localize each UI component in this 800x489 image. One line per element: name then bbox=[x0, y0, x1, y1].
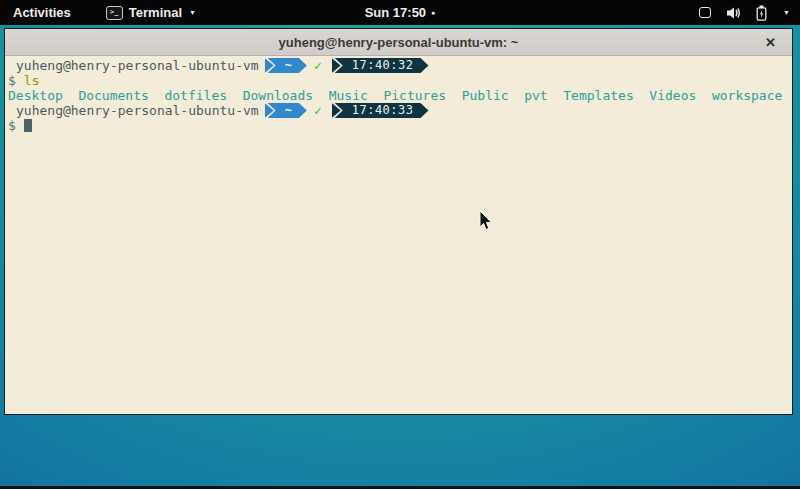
chevron-down-icon: ▼ bbox=[189, 9, 196, 16]
directory-name: Public bbox=[462, 88, 509, 103]
directory-name: pvt bbox=[524, 88, 547, 103]
clock-label: Sun 17:50 bbox=[365, 5, 426, 20]
command-text: ls bbox=[24, 73, 40, 88]
powerline-time-segment: 17:40:33 bbox=[332, 103, 429, 118]
tray-chevron-down-icon: ▼ bbox=[783, 9, 790, 16]
battery-charging-icon bbox=[756, 5, 767, 21]
window-titlebar[interactable]: yuheng@henry-personal-ubuntu-vm: ~ ✕ bbox=[5, 29, 792, 56]
powerline-time-segment: 17:40:32 bbox=[332, 58, 429, 73]
directory-name: Documents bbox=[78, 88, 148, 103]
prompt-symbol: $ bbox=[8, 73, 16, 88]
top-bar: Activities >_ Terminal ▼ Sun 17:50 ● ▼ bbox=[0, 0, 800, 25]
window-title: yuheng@henry-personal-ubuntu-vm: ~ bbox=[279, 35, 519, 50]
activities-button[interactable]: Activities bbox=[8, 5, 76, 20]
directory-name: workspace bbox=[712, 88, 782, 103]
prompt-time: 17:40:32 bbox=[335, 58, 429, 73]
directory-name: Templates bbox=[563, 88, 633, 103]
mouse-cursor-icon bbox=[479, 210, 493, 231]
prompt-time: 17:40:33 bbox=[335, 103, 429, 118]
prompt-line: yuheng@henry-personal-ubuntu-vm ~ ✓ 17:4… bbox=[8, 103, 789, 118]
app-menu-label: Terminal bbox=[129, 5, 182, 20]
directory-name: Desktop bbox=[8, 88, 63, 103]
prompt-user-host: yuheng@henry-personal-ubuntu-vm bbox=[16, 103, 259, 118]
prompt-line: yuheng@henry-personal-ubuntu-vm ~ ✓ 17:4… bbox=[8, 58, 789, 73]
desktop: { "top_bar": { "activities_label": "Acti… bbox=[0, 0, 800, 489]
directory-name: dotfiles bbox=[164, 88, 227, 103]
terminal-window: yuheng@henry-personal-ubuntu-vm: ~ ✕ yuh… bbox=[4, 28, 793, 415]
terminal-app-icon: >_ bbox=[106, 6, 123, 20]
command-line-current: $ bbox=[8, 118, 789, 133]
app-menu-terminal[interactable]: >_ Terminal ▼ bbox=[106, 5, 196, 20]
volume-icon bbox=[726, 6, 741, 20]
clock-button[interactable]: Sun 17:50 ● bbox=[365, 0, 436, 25]
terminal-content[interactable]: yuheng@henry-personal-ubuntu-vm ~ ✓ 17:4… bbox=[5, 56, 792, 135]
command-line: $ ls bbox=[8, 73, 789, 88]
prompt-user-host: yuheng@henry-personal-ubuntu-vm bbox=[16, 58, 259, 73]
directory-name: Videos bbox=[649, 88, 696, 103]
powerline-cwd-segment: ~ bbox=[265, 103, 307, 118]
powerline-cwd-segment: ~ bbox=[265, 58, 307, 73]
system-tray[interactable]: ▼ bbox=[699, 0, 790, 25]
directory-name: Downloads bbox=[243, 88, 313, 103]
status-check-icon: ✓ bbox=[314, 103, 322, 118]
status-check-icon: ✓ bbox=[314, 58, 322, 73]
text-cursor-block bbox=[24, 119, 32, 132]
display-icon bbox=[699, 7, 711, 18]
directory-name: Pictures bbox=[383, 88, 446, 103]
close-button[interactable]: ✕ bbox=[759, 29, 782, 55]
prompt-symbol: $ bbox=[8, 118, 16, 133]
directory-name: Music bbox=[329, 88, 368, 103]
notification-dot-icon: ● bbox=[431, 9, 435, 16]
ls-output: DesktopDocumentsdotfilesDownloadsMusicPi… bbox=[8, 88, 789, 103]
